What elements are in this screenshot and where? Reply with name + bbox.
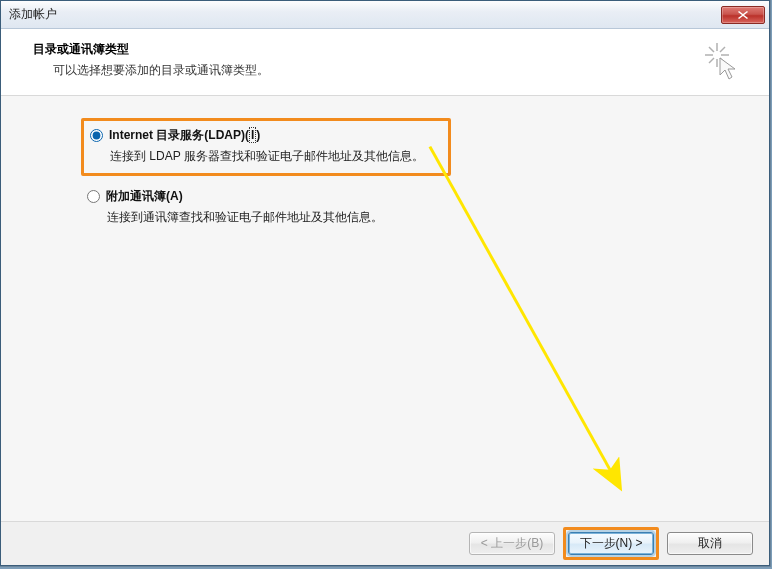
option-additional-addressbook[interactable]: 附加通讯簿(A) 连接到通讯簿查找和验证电子邮件地址及其他信息。 [81, 182, 451, 234]
next-button-highlight: 下一步(N) > [563, 527, 659, 560]
cancel-button[interactable]: 取消 [667, 532, 753, 555]
titlebar: 添加帐户 [1, 1, 769, 29]
option-additional-label: 附加通讯簿(A) [106, 189, 183, 203]
wizard-header: 目录或通讯簿类型 可以选择想要添加的目录或通讯簿类型。 [1, 29, 769, 96]
svg-line-8 [430, 147, 620, 487]
option-ldap-description: 连接到 LDAP 服务器查找和验证电子邮件地址及其他信息。 [110, 148, 440, 165]
svg-line-7 [709, 58, 714, 63]
svg-line-4 [709, 47, 714, 52]
svg-line-6 [720, 47, 725, 52]
wizard-footer: < 上一步(B) 下一步(N) > 取消 [1, 521, 769, 565]
option-ldap-label: Internet 目录服务(LDAP)(I) [109, 127, 260, 144]
header-subtitle: 可以选择想要添加的目录或通讯簿类型。 [53, 62, 701, 79]
cursor-star-icon [701, 41, 745, 85]
wizard-body: Internet 目录服务(LDAP)(I) 连接到 LDAP 服务器查找和验证… [1, 96, 769, 521]
close-icon [738, 11, 748, 19]
header-title: 目录或通讯簿类型 [33, 41, 701, 58]
radio-ldap[interactable] [90, 129, 103, 142]
next-button[interactable]: 下一步(N) > [568, 532, 654, 555]
window-title: 添加帐户 [9, 6, 721, 23]
close-button[interactable] [721, 6, 765, 24]
option-additional-description: 连接到通讯簿查找和验证电子邮件地址及其他信息。 [107, 209, 443, 226]
option-ldap[interactable]: Internet 目录服务(LDAP)(I) 连接到 LDAP 服务器查找和验证… [81, 118, 451, 176]
back-button: < 上一步(B) [469, 532, 555, 555]
radio-additional-addressbook[interactable] [87, 190, 100, 203]
add-account-dialog: 添加帐户 目录或通讯簿类型 可以选择想要添加的目录或通讯簿类型。 [0, 0, 770, 566]
